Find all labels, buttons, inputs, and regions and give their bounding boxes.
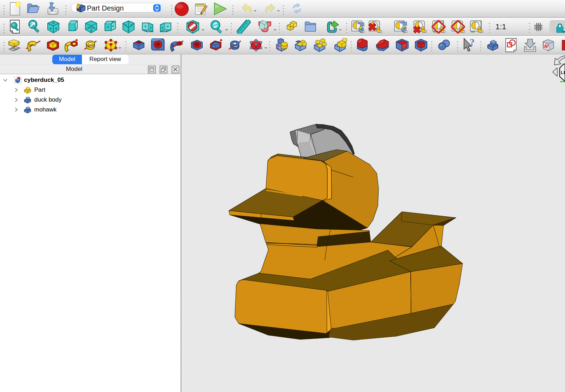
svg-text:LE: LE bbox=[561, 70, 565, 75]
svg-text:?: ? bbox=[470, 38, 475, 48]
